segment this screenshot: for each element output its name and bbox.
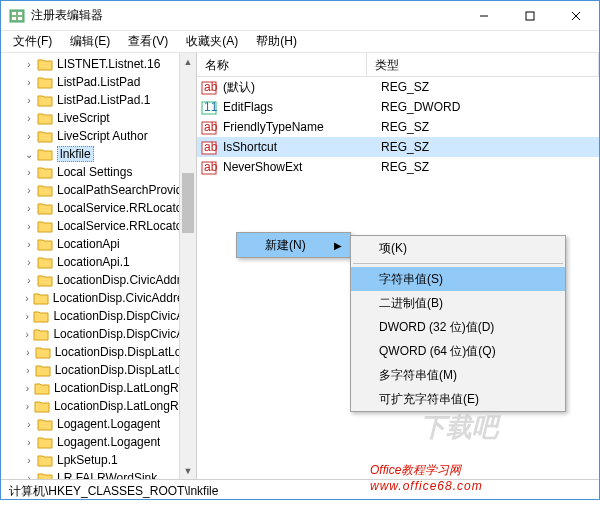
submenu-binary[interactable]: 二进制值(B) [351, 291, 565, 315]
tree-item[interactable]: ›LocationDisp.CivicAddressReportFactory [1, 289, 196, 307]
expander-icon[interactable]: › [23, 473, 35, 480]
value-name: (默认) [223, 79, 381, 96]
svg-rect-1 [12, 12, 16, 15]
menu-file[interactable]: 文件(F) [5, 31, 60, 52]
tree-item-label: Logagent.Logagent [57, 417, 160, 431]
expander-icon[interactable]: › [23, 347, 33, 358]
menu-favorites[interactable]: 收藏夹(A) [178, 31, 246, 52]
context-menu-new[interactable]: 新建(N) ▶ [237, 233, 350, 257]
column-name[interactable]: 名称 [197, 53, 367, 76]
expander-icon[interactable]: › [23, 419, 35, 430]
list-row[interactable]: 110EditFlagsREG_DWORD [197, 97, 599, 117]
list-row[interactable]: abNeverShowExtREG_SZ [197, 157, 599, 177]
tree-item-label: LocalService.RRLocator [57, 201, 186, 215]
tree-item-label: LpkSetup.1 [57, 453, 118, 467]
submenu-key[interactable]: 项(K) [351, 236, 565, 260]
expander-icon[interactable]: › [23, 311, 31, 322]
tree-item[interactable]: ›LocationDisp.DispLatLongReport [1, 343, 196, 361]
maximize-button[interactable] [507, 1, 553, 31]
menu-edit[interactable]: 编辑(E) [62, 31, 118, 52]
context-menu-new-label: 新建(N) [265, 237, 306, 254]
svg-rect-3 [12, 17, 16, 20]
list-row[interactable]: ab(默认)REG_SZ [197, 77, 599, 97]
svg-rect-4 [18, 17, 22, 20]
expander-icon[interactable]: › [23, 383, 32, 394]
scroll-up-button[interactable]: ▲ [180, 53, 196, 70]
tree-item-label: LISTNET.Listnet.16 [57, 57, 160, 71]
expander-icon[interactable]: ⌄ [23, 149, 35, 160]
tree-item[interactable]: ›LocalPathSearchProvider [1, 181, 196, 199]
tree-item[interactable]: ›LocationDisp.DispLatLongReport [1, 361, 196, 379]
menu-help[interactable]: 帮助(H) [248, 31, 305, 52]
expander-icon[interactable]: › [23, 203, 35, 214]
folder-icon [37, 201, 53, 215]
tree-item[interactable]: ›Logagent.Logagent [1, 415, 196, 433]
folder-icon [33, 291, 49, 305]
expander-icon[interactable]: › [23, 239, 35, 250]
tree-item[interactable]: ›LocationApi [1, 235, 196, 253]
close-button[interactable] [553, 1, 599, 31]
folder-icon [37, 453, 53, 467]
column-type[interactable]: 类型 [367, 53, 599, 76]
expander-icon[interactable]: › [23, 437, 35, 448]
expander-icon[interactable]: › [23, 131, 35, 142]
expander-icon[interactable]: › [23, 365, 33, 376]
tree-item[interactable]: ›ListPad.ListPad [1, 73, 196, 91]
tree-item-label: LocationDisp.LatLongReportFactory [54, 381, 196, 395]
tree-item-label: LocationApi.1 [57, 255, 130, 269]
binary-value-icon: 110 [201, 99, 217, 115]
submenu-qword[interactable]: QWORD (64 位)值(Q) [351, 339, 565, 363]
tree-item[interactable]: ›LiveScript Author [1, 127, 196, 145]
expander-icon[interactable]: › [23, 167, 35, 178]
submenu-string[interactable]: 字符串值(S) [351, 267, 565, 291]
scroll-down-button[interactable]: ▼ [180, 462, 196, 479]
tree-item[interactable]: ›LocationApi.1 [1, 253, 196, 271]
tree-item[interactable]: ›LocationDisp.LatLongReportFactory [1, 379, 196, 397]
tree-item[interactable]: ›LocalService.RRLocator [1, 217, 196, 235]
submenu-expand[interactable]: 可扩充字符串值(E) [351, 387, 565, 411]
tree-item[interactable]: ›LpkSetup.1 [1, 451, 196, 469]
tree-item[interactable]: ›ListPad.ListPad.1 [1, 91, 196, 109]
tree-pane: ›LISTNET.Listnet.16›ListPad.ListPad›List… [1, 53, 197, 479]
expander-icon[interactable]: › [23, 221, 35, 232]
expander-icon[interactable]: › [23, 95, 35, 106]
tree-item[interactable]: ›LocationDisp.CivicAddress [1, 271, 196, 289]
scroll-thumb[interactable] [182, 173, 194, 233]
tree-scrollbar[interactable]: ▲ ▼ [179, 53, 196, 479]
minimize-button[interactable] [461, 1, 507, 31]
expander-icon[interactable]: › [23, 113, 35, 124]
expander-icon[interactable]: › [23, 185, 35, 196]
expander-icon[interactable]: › [23, 401, 32, 412]
titlebar: 注册表编辑器 [1, 1, 599, 31]
list-row[interactable]: abIsShortcutREG_SZ [197, 137, 599, 157]
expander-icon[interactable]: › [23, 257, 35, 268]
tree-item[interactable]: ›LocationDisp.DispCivicAddressReport [1, 325, 196, 343]
submenu-dword[interactable]: DWORD (32 位)值(D) [351, 315, 565, 339]
menu-view[interactable]: 查看(V) [120, 31, 176, 52]
context-menu: 新建(N) ▶ [236, 232, 351, 258]
tree-item[interactable]: ›Local Settings [1, 163, 196, 181]
tree-item[interactable]: ›Logagent.Logagent [1, 433, 196, 451]
svg-rect-6 [526, 12, 534, 20]
expander-icon[interactable]: › [23, 293, 31, 304]
tree-item-label: ListPad.ListPad.1 [57, 93, 150, 107]
tree-item[interactable]: ›LISTNET.Listnet.16 [1, 55, 196, 73]
list-row[interactable]: abFriendlyTypeNameREG_SZ [197, 117, 599, 137]
submenu-multi[interactable]: 多字符串值(M) [351, 363, 565, 387]
tree-item[interactable]: ›LocalService.RRLocator [1, 199, 196, 217]
tree-item[interactable]: ›LR.FALRWordSink [1, 469, 196, 479]
value-name: NeverShowExt [223, 160, 381, 174]
tree-item[interactable]: ⌄lnkfile [1, 145, 196, 163]
tree-item[interactable]: ›LocationDisp.DispCivicAddressReport [1, 307, 196, 325]
folder-icon [37, 219, 53, 233]
tree-item-label: LocationDisp.DispCivicAddressReport [53, 327, 196, 341]
tree-item-label: LocationDisp.DispCivicAddressReport [53, 309, 196, 323]
tree-item[interactable]: ›LocationDisp.LatLongReportFactory [1, 397, 196, 415]
expander-icon[interactable]: › [23, 59, 35, 70]
tree-item[interactable]: ›LiveScript [1, 109, 196, 127]
expander-icon[interactable]: › [23, 275, 35, 286]
expander-icon[interactable]: › [23, 77, 35, 88]
expander-icon[interactable]: › [23, 329, 31, 340]
expander-icon[interactable]: › [23, 455, 35, 466]
folder-icon [37, 417, 53, 431]
